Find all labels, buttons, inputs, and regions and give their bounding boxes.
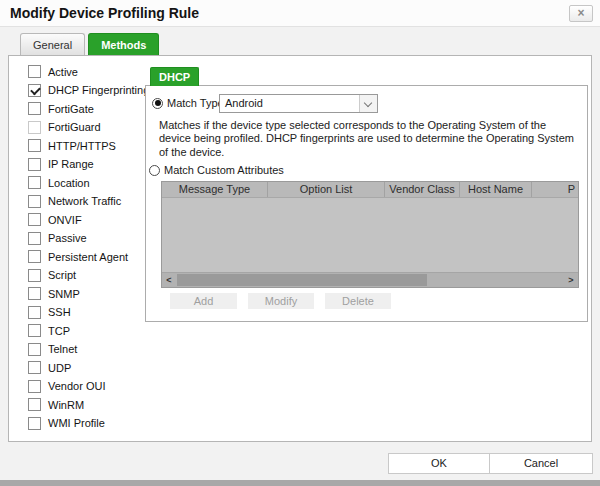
method-item-script[interactable]: Script — [28, 269, 149, 282]
modify-device-profiling-rule-dialog: Modify Device Profiling Rule × General M… — [0, 0, 600, 486]
dhcp-group: DHCP Match Type Android Matches if the d… — [145, 85, 588, 322]
close-icon[interactable]: × — [569, 5, 593, 22]
method-item-dhcp-fingerprinting[interactable]: DHCP Fingerprinting — [28, 84, 149, 97]
dhcp-group-tab: DHCP — [150, 67, 199, 86]
table-header-row: Message Type Option List Vendor Class Ho… — [162, 182, 578, 198]
checkbox[interactable] — [28, 398, 41, 411]
page-background-edge — [0, 480, 600, 486]
table-body-empty — [162, 198, 578, 272]
method-item-snmp[interactable]: SNMP — [28, 287, 149, 300]
tab-methods[interactable]: Methods — [88, 33, 159, 55]
method-item-winrm[interactable]: WinRM — [28, 398, 149, 411]
checkbox[interactable] — [28, 380, 41, 393]
column-header-host-name: Host Name — [460, 182, 532, 197]
method-item-udp[interactable]: UDP — [28, 361, 149, 374]
column-header-option-list: Option List — [268, 182, 385, 197]
dropdown-arrow-box[interactable] — [359, 95, 377, 112]
checkmark-icon — [30, 84, 41, 95]
checkbox[interactable] — [28, 269, 41, 282]
horizontal-scrollbar[interactable]: < > — [162, 272, 578, 287]
delete-button[interactable]: Delete — [325, 293, 391, 309]
ok-button[interactable]: OK — [388, 453, 490, 474]
checkbox[interactable] — [28, 287, 41, 300]
method-item-fortigate[interactable]: FortiGate — [28, 102, 149, 115]
methods-tab-panel: Active DHCP Fingerprinting FortiGate For… — [8, 55, 592, 442]
method-item-wmi-profile[interactable]: WMI Profile — [28, 417, 149, 430]
tab-bar: General Methods — [20, 33, 159, 55]
method-item-passive[interactable]: Passive — [28, 232, 149, 245]
method-item-persistent-agent[interactable]: Persistent Agent — [28, 250, 149, 263]
method-item-http-https[interactable]: HTTP/HTTPS — [28, 139, 149, 152]
checkbox[interactable] — [28, 417, 41, 430]
method-item-network-traffic[interactable]: Network Traffic — [28, 195, 149, 208]
method-item-telnet[interactable]: Telnet — [28, 343, 149, 356]
checkbox[interactable] — [28, 361, 41, 374]
dialog-titlebar: Modify Device Profiling Rule × — [0, 0, 600, 27]
dialog-title: Modify Device Profiling Rule — [10, 5, 199, 21]
match-type-radio[interactable]: Match Type — [152, 97, 224, 109]
column-header-vendor-class: Vendor Class — [385, 182, 460, 197]
checkbox[interactable] — [28, 176, 41, 189]
method-item-ip-range[interactable]: IP Range — [28, 158, 149, 171]
add-button[interactable]: Add — [170, 293, 237, 309]
custom-attributes-table: Message Type Option List Vendor Class Ho… — [161, 181, 579, 288]
method-list: Active DHCP Fingerprinting FortiGate For… — [28, 65, 149, 435]
method-item-location[interactable]: Location — [28, 176, 149, 189]
method-item-fortiguard[interactable]: FortiGuard — [28, 121, 149, 134]
checkbox[interactable] — [28, 324, 41, 337]
scroll-right-icon[interactable]: > — [564, 273, 578, 287]
match-custom-attributes-radio[interactable]: Match Custom Attributes — [149, 164, 284, 176]
column-header-parameter: P — [532, 182, 578, 197]
scrollbar-thumb[interactable] — [177, 274, 427, 286]
checkbox[interactable] — [28, 195, 41, 208]
cancel-button[interactable]: Cancel — [489, 453, 593, 474]
method-item-vendor-oui[interactable]: Vendor OUI — [28, 380, 149, 393]
checkbox[interactable] — [28, 343, 41, 356]
checkbox[interactable] — [28, 213, 41, 226]
radio-unselected-icon[interactable] — [149, 165, 160, 176]
scroll-left-icon[interactable]: < — [162, 273, 176, 287]
checkbox[interactable] — [28, 65, 41, 78]
checkbox[interactable] — [28, 102, 41, 115]
device-type-dropdown[interactable]: Android — [219, 94, 378, 113]
chevron-down-icon — [364, 99, 372, 107]
method-item-tcp[interactable]: TCP — [28, 324, 149, 337]
method-item-active[interactable]: Active — [28, 65, 149, 78]
radio-selected-icon[interactable] — [152, 98, 163, 109]
checkbox[interactable] — [28, 306, 41, 319]
column-header-message-type: Message Type — [162, 182, 268, 197]
modify-button[interactable]: Modify — [248, 293, 314, 309]
tab-general[interactable]: General — [20, 33, 85, 55]
method-item-ssh[interactable]: SSH — [28, 306, 149, 319]
method-item-onvif[interactable]: ONVIF — [28, 213, 149, 226]
checkbox-disabled — [28, 121, 41, 134]
checkbox[interactable] — [28, 158, 41, 171]
checkbox[interactable] — [28, 250, 41, 263]
dropdown-value: Android — [225, 97, 263, 109]
checkbox[interactable] — [28, 232, 41, 245]
checkbox-checked[interactable] — [28, 84, 41, 97]
checkbox[interactable] — [28, 139, 41, 152]
match-type-description: Matches if the device type selected corr… — [159, 119, 574, 159]
